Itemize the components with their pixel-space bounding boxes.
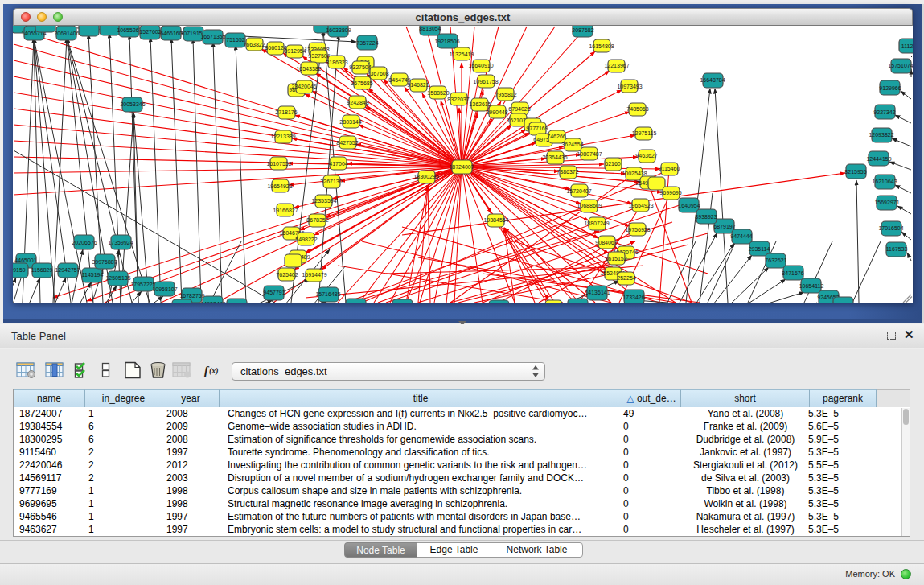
svg-text:39159: 39159 — [13, 267, 26, 273]
svg-text:9242848: 9242848 — [347, 100, 368, 105]
svg-text:16033809: 16033809 — [326, 27, 351, 33]
svg-text:8912954: 8912954 — [284, 48, 306, 54]
svg-text:9129966: 9129966 — [879, 85, 901, 91]
svg-text:9327504: 9327504 — [349, 64, 371, 70]
svg-text:12505135: 12505135 — [105, 275, 130, 281]
svg-text:10654112: 10654112 — [799, 283, 824, 289]
svg-text:1145194: 1145194 — [82, 272, 104, 278]
svg-text:9327506: 9327506 — [308, 53, 330, 59]
svg-text:15692971: 15692971 — [874, 200, 899, 205]
svg-text:19756928: 19756928 — [625, 227, 650, 233]
svg-text:20364436: 20364436 — [542, 154, 567, 160]
svg-text:16671355: 16671355 — [200, 34, 225, 39]
svg-text:39975887: 39975887 — [92, 259, 117, 265]
svg-text:20691406: 20691406 — [54, 31, 79, 36]
svg-text:10688609: 10688609 — [577, 203, 602, 208]
svg-text:7632621: 7632621 — [765, 257, 786, 263]
svg-text:252254: 252254 — [617, 275, 635, 281]
svg-text:8427552: 8427552 — [336, 140, 358, 146]
svg-text:19654923: 19654923 — [267, 183, 292, 189]
svg-text:1362615: 1362615 — [469, 101, 491, 107]
svg-text:10961758: 10961758 — [473, 79, 498, 84]
svg-text:62160: 62160 — [605, 161, 621, 167]
svg-text:11123: 11123 — [901, 43, 913, 49]
svg-text:18724007: 18724007 — [449, 164, 474, 170]
svg-text:2803144: 2803144 — [339, 119, 361, 125]
svg-text:8678352: 8678352 — [306, 217, 328, 223]
svg-text:3267130: 3267130 — [320, 179, 342, 184]
svg-text:8322037: 8322037 — [447, 97, 469, 102]
svg-text:9115460: 9115460 — [659, 166, 680, 171]
svg-text:9699695: 9699695 — [659, 190, 681, 196]
svg-text:7663822: 7663822 — [243, 42, 265, 47]
svg-text:417004: 417004 — [329, 161, 347, 167]
svg-text:10973493: 10973493 — [617, 84, 642, 89]
svg-text:16782759: 16782759 — [179, 293, 204, 299]
svg-text:9146821: 9146821 — [407, 82, 429, 88]
svg-text:12975115: 12975115 — [632, 130, 657, 136]
svg-text:3675685: 3675685 — [351, 80, 372, 86]
svg-text:18300295: 18300295 — [413, 174, 438, 179]
svg-text:17359924: 17359924 — [108, 240, 133, 245]
svg-text:2367608: 2367608 — [367, 71, 388, 76]
svg-text:9463627: 9463627 — [635, 153, 657, 159]
svg-text:1156829: 1156829 — [31, 267, 53, 273]
svg-text:7625402: 7625402 — [276, 272, 298, 278]
svg-text:12213967: 12213967 — [604, 63, 629, 68]
svg-text:8938923: 8938923 — [695, 214, 717, 220]
svg-text:8471676: 8471676 — [782, 270, 803, 276]
svg-text:1527602: 1527602 — [139, 29, 161, 35]
svg-text:19166827: 19166827 — [273, 208, 298, 213]
svg-text:6466160: 6466160 — [160, 31, 182, 36]
svg-text:20206576: 20206576 — [72, 240, 97, 245]
svg-text:3624554: 3624554 — [561, 142, 583, 147]
svg-text:16210643: 16210643 — [872, 179, 897, 184]
svg-text:9474444: 9474444 — [730, 233, 752, 239]
svg-text:1588520: 1588520 — [427, 90, 449, 96]
svg-text:751552: 751552 — [226, 37, 244, 43]
svg-text:(x): (x) — [209, 366, 219, 376]
svg-text:8215955: 8215955 — [844, 169, 866, 175]
svg-text:746266: 746266 — [547, 134, 565, 139]
svg-text:7386372: 7386372 — [556, 169, 578, 175]
svg-text:7357224: 7357224 — [356, 40, 378, 46]
svg-text:8813054: 8813054 — [419, 26, 441, 31]
svg-text:16648784: 16648784 — [700, 77, 725, 83]
svg-text:15751074: 15751074 — [888, 63, 913, 68]
svg-text:5498222: 5498222 — [295, 237, 317, 242]
svg-text:2087682: 2087682 — [572, 27, 593, 33]
svg-text:16543382: 16543382 — [296, 66, 321, 72]
svg-text:17016504: 17016504 — [878, 225, 903, 231]
svg-text:1615152: 1615152 — [605, 256, 626, 262]
svg-text:7955812: 7955812 — [495, 92, 516, 97]
svg-text:16640910: 16640910 — [468, 63, 493, 68]
svg-text:19384554: 19384554 — [483, 217, 508, 223]
svg-text:9777169: 9777169 — [526, 126, 548, 131]
svg-text:12444159: 12444159 — [866, 156, 891, 162]
svg-text:15720407: 15720407 — [566, 188, 591, 194]
svg-text:2718176: 2718176 — [275, 109, 297, 115]
svg-text:12353594: 12353594 — [311, 198, 336, 204]
svg-text:10655267: 10655267 — [117, 27, 142, 33]
svg-text:12213389: 12213389 — [270, 134, 295, 139]
svg-text:4465001: 4465001 — [14, 257, 36, 263]
svg-text:9227342: 9227342 — [873, 109, 895, 115]
svg-text:18807249: 18807249 — [584, 220, 609, 226]
svg-text:9084067: 9084067 — [595, 240, 617, 245]
svg-text:23420046: 23420046 — [291, 84, 316, 89]
svg-text:19218506: 19218506 — [434, 39, 459, 44]
svg-text:16914479: 16914479 — [302, 272, 326, 278]
svg-text:6879197: 6879197 — [713, 224, 735, 229]
svg-text:2935114: 2935114 — [749, 246, 770, 252]
svg-text:12093822: 12093822 — [869, 132, 893, 138]
svg-text:7485063: 7485063 — [626, 106, 648, 112]
svg-text:10025438: 10025438 — [622, 171, 647, 176]
svg-text:1733426: 1733426 — [622, 295, 644, 300]
svg-text:12942757: 12942757 — [55, 267, 80, 273]
svg-text:10958107: 10958107 — [152, 286, 177, 292]
svg-text:9457791: 9457791 — [263, 290, 285, 295]
svg-text:11325419: 11325419 — [450, 51, 474, 57]
svg-text:16154808: 16154808 — [589, 43, 614, 49]
svg-text:20053346: 20053346 — [120, 101, 145, 107]
svg-text:16107552: 16107552 — [266, 161, 291, 167]
